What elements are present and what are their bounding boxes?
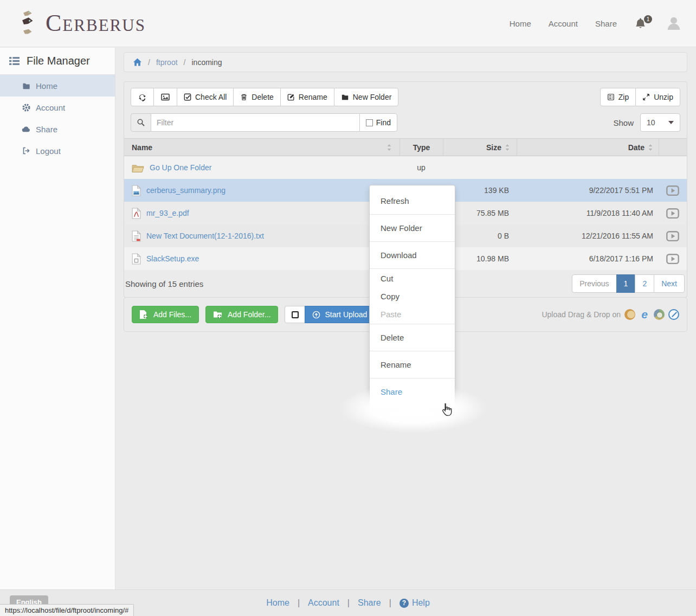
- cerberus-logo-icon: [8, 7, 41, 40]
- unzip-button[interactable]: Unzip: [635, 88, 680, 106]
- file-link[interactable]: New Text Document(12-1-2016).txt: [146, 232, 264, 240]
- drag-drop-info: Upload Drag & Drop on e: [542, 309, 679, 320]
- filter-input-group: Find: [131, 113, 397, 132]
- column-header-size[interactable]: Size: [443, 139, 517, 156]
- toolbar-left-group: Check All Delete Rename: [131, 88, 398, 106]
- add-files-button[interactable]: Add Files...: [132, 306, 199, 323]
- nav-account-link[interactable]: Account: [549, 19, 578, 28]
- trash-icon: [240, 93, 248, 101]
- breadcrumb-ftproot[interactable]: ftproot: [156, 58, 178, 67]
- filter-input[interactable]: [151, 113, 360, 132]
- chevron-down-icon: [668, 121, 674, 124]
- menu-item-cut[interactable]: Cut: [370, 270, 455, 287]
- menu-item-download[interactable]: Download: [370, 242, 455, 268]
- home-icon[interactable]: [133, 57, 142, 67]
- zip-button[interactable]: Zip: [600, 88, 636, 106]
- footer-help-link[interactable]: ? Help: [399, 598, 430, 608]
- exe-file-icon: [132, 253, 141, 265]
- page-1-button[interactable]: 1: [616, 274, 636, 293]
- menu-item-share[interactable]: Share: [370, 379, 455, 405]
- thumbnail-view-button[interactable]: [153, 88, 177, 106]
- menu-divider: [370, 351, 455, 351]
- toolbar: Check All Delete Rename: [124, 82, 687, 112]
- sort-icon[interactable]: [505, 144, 510, 151]
- menu-divider: [370, 324, 455, 324]
- menu-item-refresh[interactable]: Refresh: [370, 188, 455, 214]
- sidebar-item-logout[interactable]: Logout: [0, 140, 115, 162]
- queue-play-icon[interactable]: [666, 208, 679, 219]
- question-circle-icon: ?: [399, 599, 409, 608]
- notification-badge: 1: [644, 15, 652, 23]
- sidebar-title: File Manager: [0, 48, 115, 75]
- queue-play-icon[interactable]: [666, 231, 679, 241]
- file-link[interactable]: SlackSetup.exe: [146, 254, 199, 263]
- footer-account-link[interactable]: Account: [308, 598, 339, 608]
- cloud-icon: [22, 126, 31, 132]
- user-avatar-icon[interactable]: [666, 15, 682, 31]
- menu-item-copy[interactable]: Copy: [370, 287, 455, 305]
- pagination: Previous 1 2 Next: [572, 274, 685, 293]
- top-nav: Home Account Share 1: [510, 15, 682, 31]
- checkbox-icon: [292, 311, 299, 318]
- menu-item-rename[interactable]: Rename: [370, 352, 455, 377]
- delete-button[interactable]: Delete: [233, 88, 280, 106]
- zip-icon: [607, 93, 615, 101]
- expand-arrows-icon: [642, 93, 650, 101]
- refresh-button[interactable]: [131, 88, 154, 106]
- ie-icon: e: [639, 309, 650, 320]
- queue-play-icon[interactable]: [666, 254, 679, 264]
- logout-icon: [22, 146, 31, 155]
- folder-icon: [341, 93, 349, 101]
- file-link[interactable]: cerberus_summary.png: [146, 186, 225, 195]
- image-file-icon: [132, 185, 141, 196]
- column-header-name[interactable]: Name: [124, 139, 399, 156]
- sidebar-item-home[interactable]: Home: [0, 75, 115, 97]
- firefox-icon: [624, 309, 635, 320]
- new-folder-button[interactable]: New Folder: [334, 88, 399, 106]
- add-folder-button[interactable]: Add Folder...: [205, 306, 278, 323]
- start-upload-button[interactable]: Start Upload: [305, 306, 375, 323]
- menu-divider: [370, 378, 455, 378]
- pdf-file-icon: [132, 208, 141, 219]
- sort-icon[interactable]: [648, 144, 653, 151]
- nav-share-link[interactable]: Share: [595, 19, 617, 28]
- refresh-icon: [138, 93, 146, 101]
- find-toggle-button[interactable]: Find: [359, 113, 397, 132]
- nav-home-link[interactable]: Home: [510, 19, 531, 28]
- page-2-button[interactable]: 2: [635, 274, 654, 293]
- footer-share-link[interactable]: Share: [358, 598, 381, 608]
- footer-home-link[interactable]: Home: [266, 598, 289, 608]
- check-square-icon: [184, 93, 191, 101]
- page-size-select[interactable]: 10: [640, 113, 680, 132]
- sort-icon[interactable]: [386, 144, 392, 151]
- rename-button[interactable]: Rename: [280, 88, 334, 106]
- toolbar-right-group: Zip Unzip: [600, 88, 680, 106]
- file-link[interactable]: Go Up One Folder: [150, 163, 211, 172]
- sidebar-item-account[interactable]: Account: [0, 97, 115, 118]
- menu-divider: [370, 214, 455, 215]
- sidebar: File Manager Home Account Share: [0, 48, 115, 589]
- show-label: Show: [613, 118, 634, 127]
- previous-page-button[interactable]: Previous: [572, 274, 616, 293]
- text-file-icon: [132, 230, 141, 242]
- queue-play-icon[interactable]: [666, 185, 679, 196]
- check-all-button[interactable]: Check All: [177, 88, 234, 106]
- table-row-go-up[interactable]: Go Up One Folder up: [124, 156, 687, 179]
- sidebar-item-share[interactable]: Share: [0, 118, 115, 140]
- browser-status-url: https://localhost/file/d/ftproot/incomin…: [0, 604, 134, 616]
- next-page-button[interactable]: Next: [654, 274, 685, 293]
- brand-logo: Cerberus: [8, 7, 146, 40]
- column-header-type[interactable]: Type: [399, 139, 443, 156]
- cerberus-file-manager: Cerberus Home Account Share 1: [0, 0, 696, 616]
- folder-plus-icon: [213, 310, 223, 319]
- notifications-bell-icon[interactable]: 1: [634, 17, 648, 30]
- select-all-uploads-checkbox[interactable]: [285, 306, 305, 323]
- upload-circle-icon: [312, 311, 320, 319]
- column-header-date[interactable]: Date: [517, 139, 659, 156]
- file-link[interactable]: mr_93_e.pdf: [146, 209, 189, 217]
- breadcrumb: / ftproot / incoming: [124, 52, 687, 72]
- menu-divider: [370, 241, 455, 242]
- menu-item-new-folder[interactable]: New Folder: [370, 215, 455, 241]
- find-checkbox[interactable]: [366, 119, 373, 126]
- menu-item-delete[interactable]: Delete: [370, 325, 455, 350]
